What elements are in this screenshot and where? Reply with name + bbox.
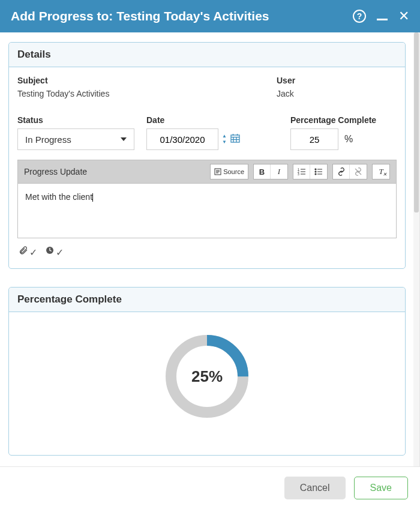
toolbar-group-source: Source (210, 164, 248, 179)
scroll-container: Details Subject Testing Today's Activiti… (0, 32, 414, 466)
close-button[interactable]: ✕ (398, 10, 409, 23)
details-panel: Details Subject Testing Today's Activiti… (8, 42, 406, 269)
clock-icon (45, 245, 55, 255)
unlink-icon (354, 167, 362, 176)
percentage-complete-body: 25% (9, 312, 405, 455)
attach-file-check-icon[interactable]: ✓ (29, 247, 39, 256)
toolbar-link-button[interactable] (333, 164, 350, 179)
percentage-label: Percentage Complete (290, 115, 397, 125)
toolbar-group-lists: 123 (293, 164, 328, 179)
status-field: Status In Progress (17, 115, 134, 150)
svg-point-13 (315, 173, 316, 175)
toolbar-source-button[interactable]: Source (211, 164, 248, 179)
date-input-group: ▲ ▼ (146, 128, 278, 150)
link-icon (337, 167, 346, 176)
minimize-icon (377, 19, 388, 20)
percentage-input[interactable] (290, 128, 338, 150)
percentage-input-group: % (290, 128, 397, 150)
svg-point-11 (315, 169, 316, 170)
progress-update-text: Met with the client (25, 192, 92, 202)
details-panel-body: Subject Testing Today's Activities User … (9, 67, 405, 268)
cancel-button[interactable]: Cancel (284, 477, 346, 499)
progress-update-section: Progress Update Source B I (17, 160, 397, 238)
progress-update-toolbar: Progress Update Source B I (18, 160, 396, 184)
spinner-down-icon[interactable]: ▼ (222, 140, 227, 145)
calendar-icon (230, 133, 240, 143)
calendar-button[interactable] (230, 133, 240, 145)
percentage-field: Percentage Complete % (290, 115, 397, 150)
source-icon (214, 168, 221, 175)
paperclip-icon (19, 245, 28, 255)
spinner-up-icon[interactable]: ▲ (222, 134, 227, 139)
attachment-row: ✓ ✓ (17, 238, 397, 258)
date-spinner[interactable]: ▲ ▼ (222, 134, 227, 145)
bullet-list-icon (314, 167, 323, 176)
date-field: Date ▲ ▼ (146, 115, 278, 150)
status-value: In Progress (25, 134, 71, 145)
controls-row: Status In Progress Date ▲ ▼ (17, 115, 397, 150)
progress-update-label: Progress Update (24, 167, 205, 176)
toolbar-bullet-list-button[interactable] (310, 164, 327, 179)
toolbar-group-link (332, 164, 367, 179)
titlebar-actions: ? ✕ (353, 10, 409, 23)
dialog-title: Add Progress to: Testing Today's Activit… (11, 9, 353, 23)
dialog-body: Details Subject Testing Today's Activiti… (0, 32, 420, 466)
svg-text:3: 3 (298, 172, 299, 176)
dialog-footer: Cancel Save (0, 466, 420, 509)
subject-user-row: Subject Testing Today's Activities User … (17, 76, 397, 98)
progress-update-textarea[interactable]: Met with the client (18, 184, 396, 238)
toolbar-italic-button[interactable]: I (271, 164, 287, 179)
close-icon: ✕ (398, 10, 409, 23)
attach-file-button[interactable] (19, 245, 28, 258)
toolbar-source-label: Source (223, 168, 244, 175)
numbered-list-icon: 123 (298, 167, 306, 176)
percentage-donut-chart: 25% (163, 333, 251, 420)
user-field: User Jack (277, 76, 397, 98)
remove-format-icon: T✕ (379, 167, 383, 176)
date-label: Date (146, 115, 278, 125)
save-button[interactable]: Save (354, 477, 408, 499)
time-button[interactable] (45, 245, 55, 258)
toolbar-remove-format-button[interactable]: T✕ (373, 164, 389, 179)
scrollbar-track[interactable] (413, 32, 419, 466)
details-panel-header: Details (9, 43, 405, 67)
percentage-complete-header: Percentage Complete (9, 288, 405, 312)
time-pair: ✓ (45, 245, 65, 258)
toolbar-group-clear: T✕ (372, 164, 390, 179)
donut-label: 25% (163, 333, 251, 420)
text-cursor (92, 193, 93, 202)
donut-chart-container: 25% (17, 321, 397, 444)
status-label: Status (17, 115, 134, 125)
attachment-pair: ✓ (19, 245, 39, 258)
toolbar-bold-button[interactable]: B (254, 164, 271, 179)
bold-icon: B (259, 167, 265, 176)
toolbar-group-format: B I (253, 164, 288, 179)
percentage-suffix: % (344, 134, 353, 145)
scrollbar-thumb[interactable] (414, 32, 419, 212)
user-value: Jack (277, 89, 397, 98)
minimize-button[interactable] (377, 13, 388, 20)
subject-value: Testing Today's Activities (17, 89, 265, 98)
percentage-complete-panel: Percentage Complete 25% (8, 287, 406, 456)
help-button[interactable]: ? (353, 10, 366, 23)
status-select[interactable]: In Progress (17, 128, 134, 150)
toolbar-unlink-button[interactable] (350, 164, 367, 179)
date-input[interactable] (146, 128, 218, 150)
time-check-icon[interactable]: ✓ (56, 247, 65, 256)
svg-point-12 (315, 171, 316, 172)
svg-rect-0 (231, 135, 239, 142)
chevron-down-icon (121, 137, 127, 141)
help-icon: ? (353, 10, 366, 23)
italic-icon: I (278, 167, 280, 176)
toolbar-numbered-list-button[interactable]: 123 (293, 164, 310, 179)
subject-label: Subject (17, 76, 265, 85)
dialog-titlebar: Add Progress to: Testing Today's Activit… (0, 0, 420, 32)
subject-field: Subject Testing Today's Activities (17, 76, 265, 98)
user-label: User (277, 76, 397, 85)
